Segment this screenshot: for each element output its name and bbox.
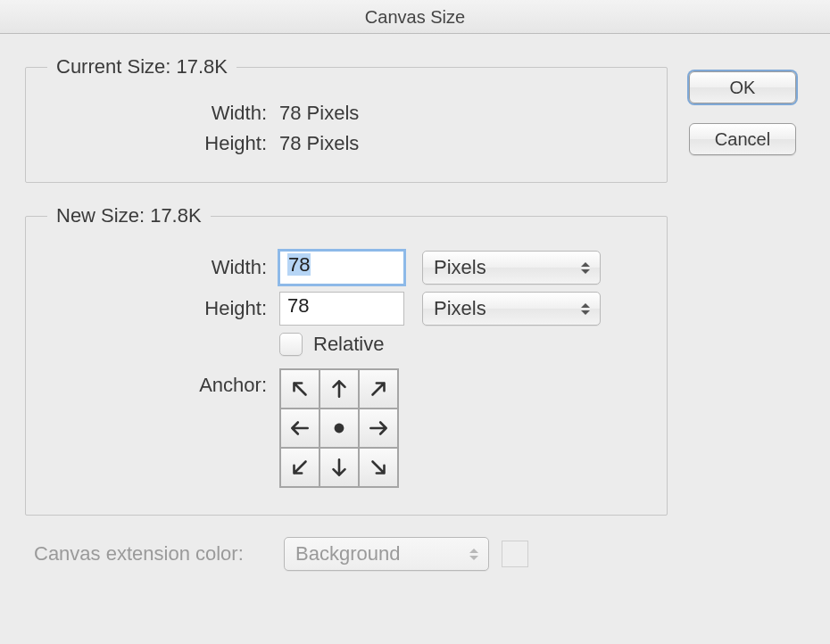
current-height-label: Height:	[47, 132, 279, 155]
svg-point-0	[335, 424, 344, 433]
arrow-sw-icon	[288, 456, 311, 479]
extension-color-label: Canvas extension color:	[25, 542, 284, 566]
new-height-unit-value: Pixels	[434, 297, 486, 320]
extension-color-select: Background	[284, 537, 489, 571]
dropdown-caret-icon	[580, 252, 591, 284]
new-height-unit-select[interactable]: Pixels	[422, 292, 601, 326]
new-size-group: New Size: 17.8K Width: 78 Pixels Height:…	[25, 204, 668, 516]
anchor-grid	[279, 368, 399, 488]
new-height-input[interactable]: 78	[279, 292, 404, 326]
new-width-label: Width:	[47, 256, 279, 279]
anchor-sw[interactable]	[280, 448, 320, 487]
new-width-unit-select[interactable]: Pixels	[422, 251, 601, 285]
new-width-input[interactable]: 78	[279, 251, 404, 285]
anchor-label: Anchor:	[47, 368, 279, 397]
cancel-button[interactable]: Cancel	[689, 123, 796, 155]
dropdown-caret-icon	[469, 538, 479, 570]
anchor-n[interactable]	[320, 369, 359, 409]
anchor-ne[interactable]	[359, 369, 398, 409]
new-width-unit-value: Pixels	[434, 256, 486, 279]
dialog-title: Canvas Size	[0, 0, 830, 34]
extension-color-value: Background	[295, 542, 400, 566]
anchor-center[interactable]	[320, 409, 359, 448]
current-size-legend: Current Size: 17.8K	[47, 55, 237, 78]
arrow-left-icon	[288, 417, 311, 440]
arrow-up-icon	[328, 377, 351, 400]
arrow-down-icon	[328, 456, 351, 479]
relative-checkbox[interactable]	[279, 333, 303, 356]
dot-icon	[328, 417, 351, 440]
extension-color-swatch	[502, 541, 528, 567]
new-size-legend: New Size: 17.8K	[47, 204, 211, 227]
relative-label: Relative	[313, 333, 384, 356]
arrow-nw-icon	[288, 377, 311, 400]
current-width-value: 78 Pixels	[279, 102, 359, 125]
arrow-ne-icon	[367, 377, 390, 400]
ok-button[interactable]: OK	[689, 71, 796, 103]
arrow-right-icon	[367, 417, 390, 440]
arrow-se-icon	[367, 456, 390, 479]
anchor-w[interactable]	[280, 409, 320, 448]
new-height-label: Height:	[47, 297, 279, 320]
current-size-group: Current Size: 17.8K Width: 78 Pixels Hei…	[25, 55, 668, 183]
dropdown-caret-icon	[580, 293, 591, 325]
current-width-label: Width:	[47, 102, 279, 125]
anchor-se[interactable]	[359, 448, 398, 487]
anchor-nw[interactable]	[280, 369, 320, 409]
anchor-e[interactable]	[359, 409, 398, 448]
anchor-s[interactable]	[320, 448, 359, 487]
current-height-value: 78 Pixels	[279, 132, 359, 155]
